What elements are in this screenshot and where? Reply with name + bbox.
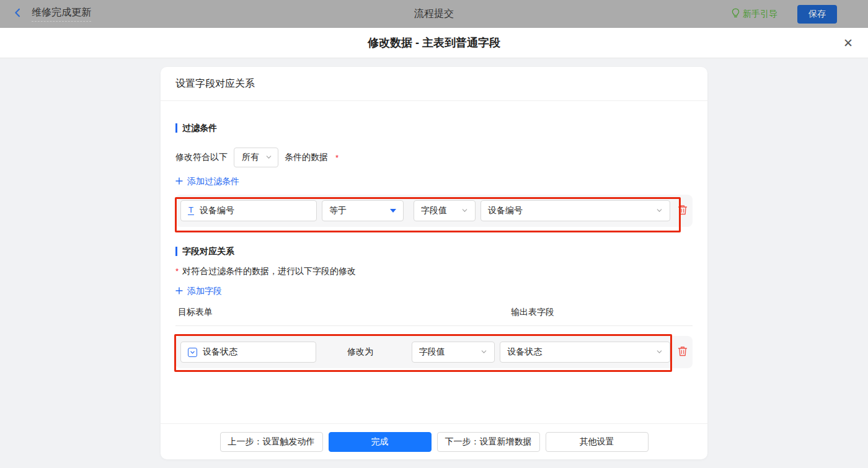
add-filter-condition-label: 添加过滤条件: [187, 176, 239, 187]
condition-prefix-label: 修改符合以下: [175, 152, 228, 163]
column-header-output-field: 输出表字段: [511, 307, 554, 318]
card-footer: 上一步：设置触发动作 完成 下一步：设置新增数据 其他设置: [161, 423, 707, 459]
chevron-left-icon: [12, 7, 23, 20]
output-field-value: 设备状态: [507, 347, 542, 358]
add-filter-condition-link[interactable]: 添加过滤条件: [175, 176, 239, 187]
flow-title[interactable]: 维修完成更新: [32, 6, 91, 22]
plus-icon: [175, 286, 183, 296]
filter-field-input[interactable]: T 设备编号: [180, 200, 317, 221]
output-field-select[interactable]: 设备状态: [500, 342, 670, 363]
select-field-icon: [188, 348, 197, 357]
next-step-button[interactable]: 下一步：设置新增数据: [437, 432, 540, 452]
operator-select[interactable]: 等于: [322, 200, 404, 221]
field-mapping-row: 设备状态 修改为 字段值 设备状态: [175, 336, 693, 368]
filter-section-title: 过滤条件: [175, 123, 693, 133]
modal-body: 设置字段对应关系 过滤条件 修改符合以下 所有 条件的数据 *: [0, 58, 868, 468]
trash-icon: [678, 346, 688, 359]
chevron-down-icon: [461, 206, 468, 216]
done-button[interactable]: 完成: [329, 432, 432, 452]
value-type-select[interactable]: 字段值: [414, 200, 476, 221]
chevron-down-icon: [656, 206, 663, 216]
card-title: 设置字段对应关系: [161, 67, 707, 101]
add-field-label: 添加字段: [187, 286, 222, 297]
condition-suffix-label: 条件的数据: [285, 152, 328, 163]
caret-down-icon: [390, 209, 396, 213]
chevron-down-icon: [656, 347, 663, 357]
trash-icon: [678, 205, 688, 218]
settings-card: 设置字段对应关系 过滤条件 修改符合以下 所有 条件的数据 *: [161, 67, 707, 459]
mapping-description: 对符合过滤条件的数据，进行以下字段的修改: [182, 266, 356, 277]
beginner-guide-label: 新手引导: [743, 9, 777, 20]
required-asterisk: *: [175, 267, 179, 276]
chevron-down-icon: [265, 152, 272, 162]
delete-condition-button[interactable]: [678, 205, 688, 218]
delete-mapping-button[interactable]: [678, 346, 688, 359]
condition-scope-value: 所有: [242, 152, 259, 163]
plus-icon: [175, 177, 183, 187]
other-settings-button[interactable]: 其他设置: [546, 432, 649, 452]
modal-header: 修改数据 - 主表到普通字段 ✕: [0, 28, 868, 58]
chevron-down-icon: [480, 347, 487, 357]
add-field-link[interactable]: 添加字段: [175, 286, 222, 297]
modal-title: 修改数据 - 主表到普通字段: [368, 35, 500, 50]
page-title: 流程提交: [414, 7, 454, 20]
target-field-value: 设备状态: [203, 347, 237, 358]
back-button[interactable]: [12, 7, 23, 20]
text-field-icon: T: [188, 206, 194, 215]
modify-to-label: 修改为: [347, 347, 376, 358]
save-button[interactable]: 保存: [797, 5, 837, 24]
target-field-input[interactable]: 设备状态: [180, 342, 316, 363]
filter-field-value: 设备编号: [200, 205, 234, 216]
value-type-value: 字段值: [419, 347, 445, 358]
column-header-target-form: 目标表单: [178, 307, 213, 318]
previous-step-button[interactable]: 上一步：设置触发动作: [220, 432, 323, 452]
source-field-select[interactable]: 设备编号: [480, 200, 670, 221]
close-icon[interactable]: ✕: [843, 37, 853, 49]
mapping-section-title: 字段对应关系: [175, 247, 693, 256]
source-field-value: 设备编号: [488, 205, 523, 216]
filter-condition-row: T 设备编号 等于 字段值 设备编号: [175, 195, 693, 227]
condition-scope-select[interactable]: 所有: [234, 148, 278, 167]
value-type-select[interactable]: 字段值: [412, 342, 495, 363]
required-asterisk: *: [335, 153, 339, 162]
value-type-value: 字段值: [421, 205, 447, 216]
lightbulb-icon: [732, 8, 740, 20]
operator-value: 等于: [329, 205, 347, 216]
beginner-guide-link[interactable]: 新手引导: [732, 8, 777, 20]
top-bar: 维修完成更新 流程提交 新手引导 保存: [0, 0, 868, 28]
